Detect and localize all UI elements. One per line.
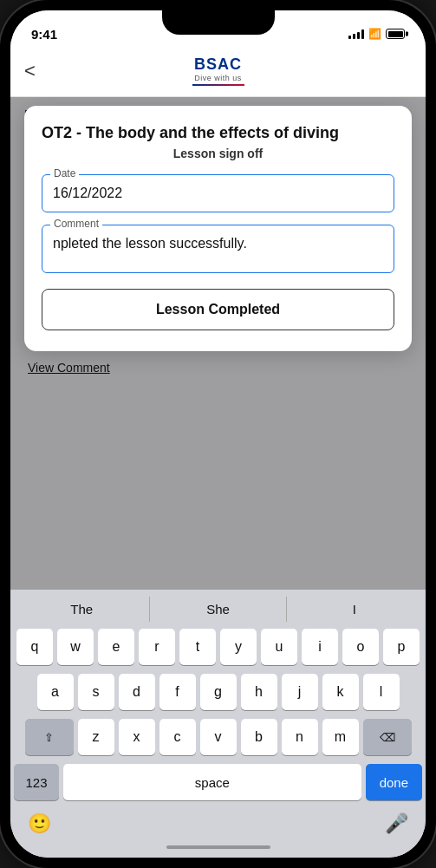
key-a[interactable]: a (37, 674, 74, 710)
key-c[interactable]: c (159, 719, 196, 755)
emoji-mic-row: 🙂 🎤 (14, 806, 422, 845)
logo-divider (192, 84, 244, 86)
comment-input[interactable]: npleted the lesson successfully. (42, 225, 394, 273)
key-d[interactable]: d (119, 674, 155, 710)
keyboard-row-2: a s d f g h j k l (14, 674, 422, 710)
keyboard: The She I q w e r t y u i o p a s d (10, 590, 426, 858)
autocomplete-she[interactable]: She (150, 597, 286, 622)
key-p[interactable]: p (383, 629, 420, 665)
date-input[interactable] (42, 174, 394, 212)
key-t[interactable]: t (179, 629, 216, 665)
date-label: Date (50, 167, 79, 179)
done-key[interactable]: done (366, 764, 422, 800)
modal-subtitle: Lesson sign off (42, 147, 394, 160)
keyboard-bottom-row: 123 space done (14, 764, 422, 800)
num-key[interactable]: 123 (14, 764, 59, 800)
key-b[interactable]: b (241, 719, 277, 755)
key-w[interactable]: w (57, 629, 94, 665)
shift-key[interactable]: ⇧ (25, 719, 74, 755)
logo-text: BSAC (194, 55, 242, 74)
battery-icon (386, 29, 405, 39)
key-y[interactable]: y (220, 629, 257, 665)
phone-screen: 9:41 📶 < BSAC Dive with us (10, 10, 426, 858)
key-k[interactable]: k (322, 674, 359, 710)
comment-field-container: Comment npleted the lesson successfully. (42, 225, 394, 277)
modal-overlay: OT2 - The body and the effects of diving… (10, 97, 426, 590)
back-button[interactable]: < (24, 60, 36, 82)
key-r[interactable]: r (139, 629, 175, 665)
key-x[interactable]: x (119, 719, 155, 755)
key-o[interactable]: o (342, 629, 379, 665)
key-n[interactable]: n (282, 719, 318, 755)
view-comment-area: View Comment (10, 351, 426, 384)
emoji-icon[interactable]: 🙂 (28, 813, 51, 835)
comment-label: Comment (50, 218, 102, 230)
wifi-icon: 📶 (368, 28, 381, 40)
date-field-container: Date (42, 174, 394, 212)
notch (162, 10, 275, 35)
key-f[interactable]: f (159, 674, 196, 710)
status-icons: 📶 (348, 28, 405, 40)
keyboard-row-1: q w e r t y u i o p (14, 629, 422, 665)
logo: BSAC Dive with us (192, 55, 244, 86)
status-time: 9:41 (31, 27, 57, 42)
key-h[interactable]: h (241, 674, 277, 710)
key-i[interactable]: i (302, 629, 338, 665)
autocomplete-the[interactable]: The (14, 597, 150, 622)
key-g[interactable]: g (200, 674, 237, 710)
signal-icon (348, 29, 364, 39)
keyboard-row-3: ⇧ z x c v b n m ⌫ (14, 719, 422, 755)
mic-icon[interactable]: 🎤 (385, 813, 408, 835)
key-j[interactable]: j (282, 674, 318, 710)
autocomplete-i[interactable]: I (287, 597, 422, 622)
modal-title: OT2 - The body and the effects of diving (42, 123, 394, 143)
key-m[interactable]: m (322, 719, 359, 755)
logo-sub: Dive with us (194, 74, 242, 82)
key-s[interactable]: s (78, 674, 114, 710)
modal-card: OT2 - The body and the effects of diving… (24, 106, 412, 351)
key-e[interactable]: e (98, 629, 134, 665)
home-indicator (166, 845, 270, 849)
nav-header: < BSAC Dive with us (10, 49, 426, 97)
key-z[interactable]: z (78, 719, 114, 755)
key-u[interactable]: u (261, 629, 297, 665)
space-key[interactable]: space (63, 764, 361, 800)
key-v[interactable]: v (200, 719, 237, 755)
lesson-completed-button[interactable]: Lesson Completed (42, 289, 394, 330)
delete-key[interactable]: ⌫ (363, 719, 412, 755)
autocomplete-row: The She I (14, 597, 422, 622)
key-l[interactable]: l (363, 674, 400, 710)
view-comment-link[interactable]: View Comment (28, 361, 110, 375)
key-q[interactable]: q (16, 629, 53, 665)
app-content: Filte T A C V (10, 97, 426, 590)
phone-frame: 9:41 📶 < BSAC Dive with us (0, 0, 436, 868)
